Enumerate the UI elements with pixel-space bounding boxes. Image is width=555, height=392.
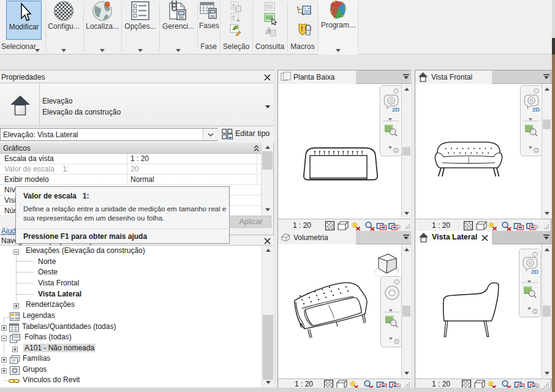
svg-text:!: ! (301, 25, 303, 32)
